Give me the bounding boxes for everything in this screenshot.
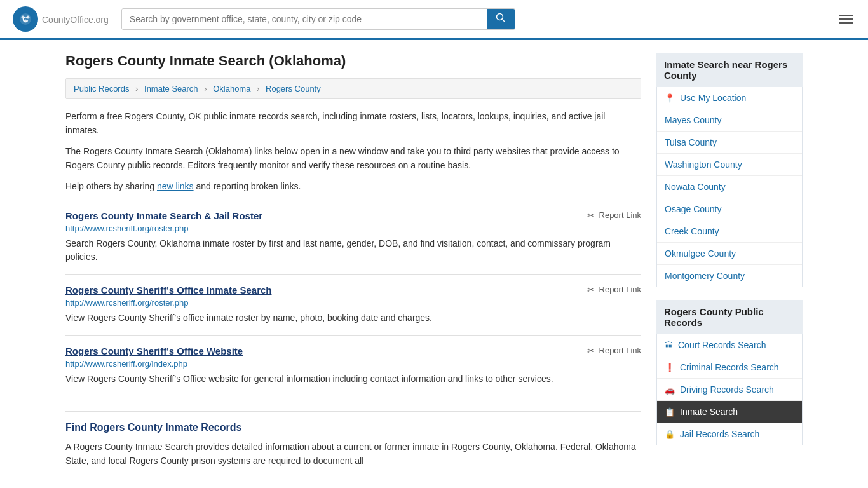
svg-point-4 (27, 16, 30, 19)
description-3: Help others by sharing new links and rep… (65, 179, 641, 193)
find-section-title: Find Rogers County Inmate Records (65, 422, 641, 433)
scissors-icon-2 (587, 285, 596, 295)
scissors-icon-3 (587, 346, 596, 356)
content-area: Rogers County Inmate Search (Oklahoma) P… (65, 53, 641, 468)
scissors-icon-1 (587, 210, 596, 220)
svg-point-3 (22, 16, 25, 19)
result-desc-1: Search Rogers County, Oklahoma inmate ro… (65, 237, 641, 264)
result-card-2: Rogers County Sheriff's Office Inmate Se… (65, 274, 641, 335)
description-2: The Rogers County Inmate Search (Oklahom… (65, 144, 641, 173)
inmate-icon (665, 407, 675, 417)
sidebar-nearby-mayes-county[interactable]: Mayes County (657, 109, 802, 132)
breadcrumb-inmate-search[interactable]: Inmate Search (144, 84, 198, 93)
sidebar-nearby-montgomery-county[interactable]: Montgomery County (657, 265, 802, 287)
sidebar: Inmate Search near Rogers County Use My … (656, 53, 803, 468)
search-bar (121, 8, 515, 30)
result-card-1: Rogers County Inmate Search & Jail Roste… (65, 200, 641, 274)
sidebar-nearby-washington-county[interactable]: Washington County (657, 154, 802, 176)
sidebar-nearby-title: Inmate Search near Rogers County (656, 53, 803, 87)
sidebar-nearby-osage-county[interactable]: Osage County (657, 198, 802, 220)
driving-icon (665, 384, 675, 395)
result-url-1: http://www.rcsheriff.org/roster.php (65, 224, 641, 233)
breadcrumb-oklahoma[interactable]: Oklahoma (213, 84, 250, 93)
sidebar-nearby-use-my-location[interactable]: Use My Location (657, 87, 802, 109)
jail-icon (665, 429, 675, 439)
logo-text: CountyOffice.org (42, 13, 109, 26)
report-link-button-2[interactable]: Report Link (587, 285, 641, 295)
result-title-3[interactable]: Rogers County Sheriff's Office Website (65, 346, 243, 356)
sidebar-nearby-body: Use My Location Mayes County Tulsa Count… (656, 87, 803, 287)
result-desc-2: View Rogers County Sheriff's office inma… (65, 311, 641, 325)
sidebar-criminal-records-search[interactable]: Criminal Records Search (657, 356, 802, 379)
result-desc-3: View Rogers County Sheriff's Office webs… (65, 372, 641, 386)
sidebar-nearby-creek-county[interactable]: Creek County (657, 220, 802, 243)
result-url-2: http://www.rcsheriff.org/roster.php (65, 298, 641, 308)
sidebar-court-records-search[interactable]: Court Records Search (657, 334, 802, 356)
page-title: Rogers County Inmate Search (Oklahoma) (65, 53, 641, 69)
report-link-button-3[interactable]: Report Link (587, 346, 641, 356)
sidebar-nearby-okmulgee-county[interactable]: Okmulgee County (657, 243, 802, 265)
description-1: Perform a free Rogers County, OK public … (65, 109, 641, 138)
sidebar-nearby-section: Inmate Search near Rogers County Use My … (656, 53, 803, 287)
location-icon (665, 93, 675, 103)
logo-icon: C (13, 6, 38, 32)
search-button[interactable] (487, 9, 515, 29)
sidebar-nearby-nowata-county[interactable]: Nowata County (657, 176, 802, 198)
svg-line-7 (502, 20, 505, 22)
sidebar-driving-records-search[interactable]: Driving Records Search (657, 379, 802, 401)
sidebar-public-records-body: Court Records Search Criminal Records Se… (656, 334, 803, 445)
breadcrumb-public-records[interactable]: Public Records (74, 84, 129, 93)
criminal-icon (665, 362, 675, 372)
sidebar-nearby-tulsa-county[interactable]: Tulsa County (657, 132, 802, 154)
find-section-desc: A Rogers County Inmate Search provides d… (65, 440, 641, 468)
result-title-2[interactable]: Rogers County Sheriff's Office Inmate Se… (65, 285, 271, 295)
sidebar-public-records-title: Rogers County Public Records (656, 300, 803, 334)
sidebar-public-records-section: Rogers County Public Records Court Recor… (656, 300, 803, 445)
svg-point-6 (496, 14, 503, 20)
sidebar-inmate-search[interactable]: Inmate Search (657, 401, 802, 423)
breadcrumb-rogers-county[interactable]: Rogers County (266, 84, 321, 93)
search-input[interactable] (122, 9, 487, 29)
result-card-3: Rogers County Sheriff's Office Website R… (65, 335, 641, 396)
report-link-button-1[interactable]: Report Link (587, 210, 641, 220)
result-title-1[interactable]: Rogers County Inmate Search & Jail Roste… (65, 210, 262, 221)
find-section: Find Rogers County Inmate Records A Roge… (65, 411, 641, 468)
site-logo[interactable]: C CountyOffice.org (13, 6, 109, 32)
site-header: C CountyOffice.org (0, 0, 868, 40)
breadcrumb: Public Records › Inmate Search › Oklahom… (65, 78, 641, 99)
svg-point-5 (24, 20, 27, 23)
main-container: Rogers County Inmate Search (Oklahoma) P… (53, 40, 815, 481)
result-url-3: http://www.rcsheriff.org/index.php (65, 359, 641, 369)
sidebar-jail-records-search[interactable]: Jail Records Search (657, 423, 802, 445)
hamburger-menu-button[interactable] (836, 12, 855, 26)
court-icon (665, 340, 673, 350)
new-links-link[interactable]: new links (157, 181, 194, 191)
